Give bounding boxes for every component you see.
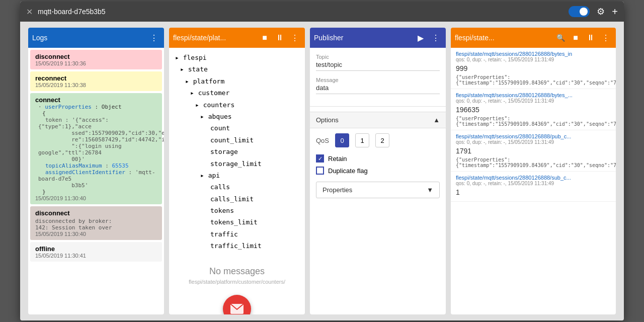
log-event: disconnect	[35, 53, 157, 60]
tree-item: ▸ api	[200, 170, 299, 181]
messages-panel: flespi/state... 🔍 ■ ⏸ ⋮ flespi/state/mqt…	[451, 28, 616, 314]
properties-button[interactable]: Properties ▼	[316, 182, 440, 198]
subscriber-header: flespi/state/plat... ■ ⏸ ⋮	[169, 28, 305, 48]
log-event: offline	[35, 245, 157, 253]
retain-checkbox[interactable]	[316, 154, 324, 163]
log-timestamp: 15/05/2019 11:30:41	[35, 253, 157, 259]
log-details: · userProperties : Object { token : '{"a…	[35, 104, 157, 195]
messages-menu-icon[interactable]: ⋮	[600, 32, 612, 44]
qos-2-button[interactable]: 2	[375, 133, 389, 147]
log-entry: offline 15/05/2019 11:30:41	[30, 242, 162, 262]
tree-item: ▸ counters	[195, 99, 299, 111]
tree-item: traffic	[210, 228, 299, 240]
options-label: Options	[316, 116, 339, 124]
msg-topic[interactable]: flespi/state/mqtt/sessions/2880126888/by…	[456, 92, 611, 98]
options-collapse-icon: ▲	[433, 116, 440, 124]
msg-props: {"userProperties":{"timestamp":"15579091…	[456, 74, 611, 86]
message-item: flespi/state/mqtt/sessions/2880126888/by…	[451, 89, 616, 130]
properties-label: Properties	[323, 186, 352, 194]
tree-container: ▸ flespi ▸ state ▸ platform ▸ customer ▸…	[169, 48, 305, 256]
app-window: ✕ mqtt-board-d7e5b3b5 ⚙ + Logs ⋮ disconn…	[20, 2, 624, 320]
messages-stop-icon[interactable]: ■	[570, 32, 582, 44]
duplicate-row: Duplicate flag	[310, 165, 446, 177]
topic-value[interactable]: test/topic	[316, 61, 440, 71]
tree-item: tokens_limit	[210, 216, 299, 228]
publisher-body: Topic test/topic Message data Options ▲ …	[310, 48, 446, 314]
tree-item: tokens	[210, 205, 299, 216]
msg-props: {"userProperties":{"timestamp":"15579091…	[456, 116, 611, 127]
msg-value: 196635	[456, 106, 611, 114]
log-event: reconnect	[35, 74, 157, 82]
topic-label: Topic	[316, 54, 440, 60]
divider	[310, 106, 446, 107]
messages-header: flespi/state... 🔍 ■ ⏸ ⋮	[451, 28, 616, 48]
retain-label: Retain	[328, 155, 347, 163]
message-field: Message data	[316, 77, 440, 94]
close-button[interactable]: ✕	[26, 7, 33, 17]
message-label: Message	[316, 77, 440, 83]
log-event: disconnect	[35, 209, 157, 217]
compose-button[interactable]	[223, 295, 251, 314]
msg-value: 999	[456, 64, 611, 72]
tree-item: calls	[210, 181, 299, 193]
msg-meta: qos: 0, dup: -, retain: -, 15/05/2019 11…	[456, 139, 611, 145]
logs-panel: Logs ⋮ disconnect 15/05/2019 11:30:36 re…	[28, 28, 164, 314]
connection-toggle[interactable]	[569, 6, 590, 17]
messages-title: flespi/state...	[455, 34, 551, 42]
no-messages-label: No messages	[209, 266, 265, 277]
publisher-header: Publisher ▶ ⋮	[310, 28, 446, 48]
email-icon	[230, 303, 244, 314]
msg-topic[interactable]: flespi/state/mqtt/sessions/2880126888/by…	[456, 51, 611, 57]
stop-icon[interactable]: ■	[259, 32, 271, 44]
msg-topic[interactable]: flespi/state/mqtt/sessions/2880126888/su…	[456, 175, 611, 181]
tree-item: storage	[210, 146, 299, 157]
subscriber-body: ▸ flespi ▸ state ▸ platform ▸ customer ▸…	[169, 48, 305, 314]
tree-item: count_limit	[210, 134, 299, 146]
msg-meta: qos: 0, dup: -, retain: -, 15/05/2019 11…	[456, 98, 611, 104]
no-messages-area: No messages flespi/state/platform/custom…	[169, 256, 305, 314]
msg-meta: qos: 0, dup: -, retain: -, 15/05/2019 11…	[456, 181, 611, 186]
logs-body: disconnect 15/05/2019 11:30:36 reconnect…	[28, 48, 164, 314]
sub-menu-icon[interactable]: ⋮	[289, 32, 301, 44]
publisher-form: Topic test/topic Message data	[310, 48, 446, 106]
titlebar-right: ⚙ +	[569, 6, 618, 18]
msg-topic[interactable]: flespi/state/mqtt/sessions/2880126888/pu…	[456, 133, 611, 139]
msg-meta: qos: 0, dup: -, retain: -, 15/05/2019 11…	[456, 57, 611, 62]
send-icon[interactable]: ▶	[415, 32, 427, 44]
options-toggle[interactable]: Options ▲	[310, 112, 446, 128]
log-entry: disconnect 15/05/2019 11:30:36	[30, 50, 162, 69]
retain-row: Retain	[310, 152, 446, 165]
topic-field: Topic test/topic	[316, 54, 440, 71]
add-board-icon[interactable]: +	[612, 6, 618, 18]
log-entry: connect · userProperties : Object { toke…	[30, 93, 162, 204]
titlebar-left: ✕ mqtt-board-d7e5b3b5	[26, 7, 106, 17]
msg-value: 1	[456, 188, 611, 196]
tree-item: ▸ customer	[190, 87, 299, 99]
tree-item: ▸ platform	[185, 75, 299, 87]
subscriber-title: flespi/state/plat...	[173, 34, 256, 42]
log-timestamp: 15/05/2019 11:30:40	[35, 195, 157, 201]
tree-item: traffic_limit	[210, 240, 299, 252]
log-timestamp: 15/05/2019 11:30:40	[35, 231, 157, 237]
messages-pause-icon[interactable]: ⏸	[585, 32, 597, 44]
log-entry: reconnect 15/05/2019 11:30:38	[30, 71, 162, 91]
qos-1-button[interactable]: 1	[355, 133, 369, 147]
settings-icon[interactable]: ⚙	[597, 6, 605, 17]
messages-search-icon[interactable]: 🔍	[554, 32, 567, 44]
subscriber-panel: flespi/state/plat... ■ ⏸ ⋮ ▸ flespi ▸ st…	[169, 28, 305, 314]
duplicate-checkbox[interactable]	[316, 167, 324, 175]
log-event: connect	[35, 96, 157, 104]
logs-menu-icon[interactable]: ⋮	[148, 32, 160, 44]
publisher-menu-icon[interactable]: ⋮	[430, 32, 442, 44]
publisher-title: Publisher	[314, 34, 412, 42]
log-timestamp: 15/05/2019 11:30:36	[35, 60, 157, 66]
log-entry: disconnect disconnected by broker:142: S…	[30, 206, 162, 240]
logs-header: Logs ⋮	[28, 28, 164, 48]
duplicate-label: Duplicate flag	[328, 167, 368, 175]
tree-item: calls_limit	[210, 193, 299, 205]
message-value[interactable]: data	[316, 84, 440, 94]
msg-props: {"userProperties":{"timestamp":"15579091…	[456, 157, 611, 168]
pause-icon[interactable]: ⏸	[274, 32, 286, 44]
log-details: disconnected by broker:142: Session take…	[35, 218, 157, 231]
qos-0-button[interactable]: 0	[335, 133, 349, 147]
